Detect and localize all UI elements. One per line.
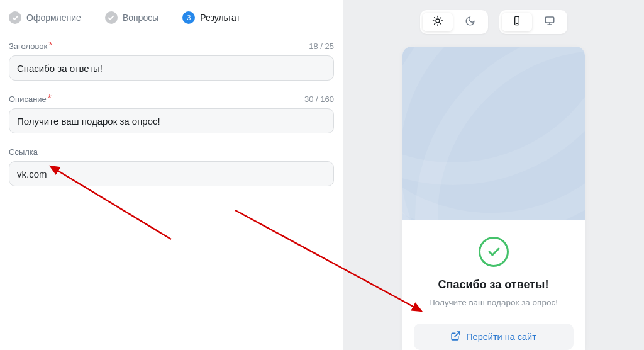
- step-separator: [165, 18, 176, 18]
- required-asterisk: *: [48, 93, 52, 104]
- editor-panel: Оформление Вопросы 3 Результат Заголовок…: [0, 0, 343, 350]
- theme-toggle-group: [420, 10, 488, 34]
- preview-device: Спасибо за ответы! Получите ваш подарок …: [402, 47, 585, 350]
- preview-title: Спасибо за ответы!: [438, 278, 549, 291]
- link-input[interactable]: [9, 161, 334, 186]
- theme-dark-button[interactable]: [455, 13, 486, 31]
- step-number-badge: 3: [182, 11, 195, 24]
- field-group-title: Заголовок* 18 / 25: [9, 40, 334, 81]
- field-label: Заголовок: [9, 42, 47, 51]
- device-toggle-group: [499, 10, 567, 34]
- svg-line-16: [455, 332, 460, 337]
- goto-site-button-label: Перейти на сайт: [466, 332, 536, 342]
- external-link-icon: [450, 330, 461, 343]
- required-asterisk: *: [48, 40, 52, 51]
- step-label: Оформление: [26, 13, 81, 23]
- step-design[interactable]: Оформление: [9, 11, 81, 24]
- svg-rect-13: [545, 17, 554, 23]
- field-group-description: Описание* 30 / 160: [9, 93, 334, 133]
- check-icon: [9, 11, 21, 24]
- goto-site-button[interactable]: Перейти на сайт: [414, 324, 574, 350]
- field-label: Описание: [9, 94, 47, 104]
- stepper: Оформление Вопросы 3 Результат: [9, 11, 334, 24]
- monitor-icon: [544, 15, 555, 29]
- preview-panel: Спасибо за ответы! Получите ваш подарок …: [343, 0, 644, 350]
- svg-line-5: [434, 18, 435, 18]
- svg-line-9: [434, 23, 435, 24]
- theme-light-button[interactable]: [423, 13, 453, 31]
- field-group-link: Ссылка: [9, 146, 334, 186]
- sun-icon: [432, 15, 443, 29]
- title-input[interactable]: [9, 55, 334, 81]
- step-result[interactable]: 3 Результат: [182, 11, 240, 24]
- step-label: Вопросы: [123, 13, 158, 23]
- check-icon: [105, 11, 118, 24]
- field-label: Ссылка: [9, 147, 38, 157]
- svg-line-6: [440, 23, 441, 24]
- char-counter: 18 / 25: [309, 42, 334, 51]
- step-separator: [87, 18, 99, 18]
- device-desktop-button[interactable]: [535, 13, 565, 31]
- preview-description: Получите ваш подарок за опрос!: [429, 298, 558, 307]
- description-input[interactable]: [9, 108, 334, 133]
- svg-point-2: [436, 19, 440, 23]
- device-mobile-button[interactable]: [502, 13, 532, 31]
- step-label: Результат: [200, 13, 240, 23]
- preview-toolbar: [420, 10, 567, 34]
- char-counter: 30 / 160: [304, 94, 334, 104]
- moon-icon: [465, 16, 475, 29]
- smartphone-icon: [512, 16, 522, 28]
- success-check-icon: [479, 237, 509, 267]
- svg-line-10: [440, 18, 441, 18]
- step-questions[interactable]: Вопросы: [105, 11, 158, 24]
- preview-hero-image: [402, 47, 585, 220]
